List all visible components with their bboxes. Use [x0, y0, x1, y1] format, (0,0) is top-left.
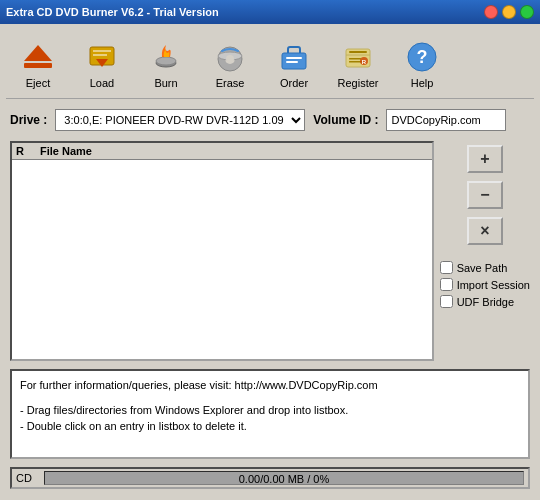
eject-icon: [20, 39, 56, 75]
order-icon: [276, 39, 312, 75]
progress-bar-container: 0.00/0.00 MB / 0%: [44, 471, 524, 485]
title-bar: Extra CD DVD Burner V6.2 - Trial Version: [0, 0, 540, 24]
register-icon: R: [340, 39, 376, 75]
title-text: Extra CD DVD Burner V6.2 - Trial Version: [6, 6, 219, 18]
svg-rect-13: [286, 57, 302, 59]
svg-rect-3: [93, 50, 111, 52]
info-line3: - Double click on an entry in listbox to…: [20, 418, 520, 435]
drive-label: Drive :: [10, 113, 47, 127]
toolbar: Eject Load Bur: [6, 30, 534, 99]
window-controls: [484, 5, 534, 19]
volume-label: Volume ID :: [313, 113, 378, 127]
col-filename: File Name: [40, 145, 92, 157]
load-icon: [84, 39, 120, 75]
import-session-label: Import Session: [457, 279, 530, 291]
eject-button[interactable]: Eject: [8, 34, 68, 94]
register-button[interactable]: R Register: [328, 34, 388, 94]
svg-marker-1: [24, 45, 52, 61]
side-panel: + − × Save Path Import Session UDF Bridg…: [440, 141, 530, 361]
load-button[interactable]: Load: [72, 34, 132, 94]
help-label: Help: [411, 77, 434, 89]
col-r: R: [16, 145, 24, 157]
svg-rect-4: [93, 54, 107, 56]
erase-button[interactable]: Erase: [200, 34, 260, 94]
save-path-checkbox[interactable]: [440, 261, 453, 274]
svg-point-11: [226, 55, 234, 63]
udf-bridge-item[interactable]: UDF Bridge: [440, 295, 530, 308]
import-session-checkbox[interactable]: [440, 278, 453, 291]
add-button[interactable]: +: [467, 145, 503, 173]
burn-label: Burn: [154, 77, 177, 89]
progress-label: CD: [16, 472, 36, 484]
drive-select[interactable]: 3:0:0,E: PIONEER DVD-RW DVR-112D 1.09: [55, 109, 305, 131]
save-path-item[interactable]: Save Path: [440, 261, 530, 274]
help-icon: ?: [404, 39, 440, 75]
content-area: R File Name + − × Save Path Import Sessi…: [6, 141, 534, 361]
udf-bridge-checkbox[interactable]: [440, 295, 453, 308]
svg-text:R: R: [362, 59, 367, 65]
svg-rect-17: [349, 58, 361, 60]
info-line1: For further information/queries, please …: [20, 377, 520, 394]
remove-button[interactable]: −: [467, 181, 503, 209]
load-label: Load: [90, 77, 114, 89]
svg-rect-16: [349, 51, 367, 53]
volume-input[interactable]: [386, 109, 506, 131]
file-list: R File Name: [10, 141, 434, 361]
burn-icon: [148, 39, 184, 75]
file-list-header: R File Name: [12, 143, 432, 160]
erase-icon: [212, 39, 248, 75]
eject-label: Eject: [26, 77, 50, 89]
info-line2: - Drag files/directories from Windows Ex…: [20, 402, 520, 419]
checkbox-group: Save Path Import Session UDF Bridge: [440, 261, 530, 308]
clear-button[interactable]: ×: [467, 217, 503, 245]
close-button[interactable]: [484, 5, 498, 19]
svg-rect-0: [24, 63, 52, 68]
register-label: Register: [338, 77, 379, 89]
svg-rect-14: [286, 61, 298, 63]
svg-text:?: ?: [417, 47, 428, 67]
order-label: Order: [280, 77, 308, 89]
erase-label: Erase: [216, 77, 245, 89]
help-button[interactable]: ? Help: [392, 34, 452, 94]
file-list-body[interactable]: [12, 160, 432, 354]
save-path-label: Save Path: [457, 262, 508, 274]
udf-bridge-label: UDF Bridge: [457, 296, 514, 308]
burn-button[interactable]: Burn: [136, 34, 196, 94]
minimize-button[interactable]: [502, 5, 516, 19]
info-box: For further information/queries, please …: [10, 369, 530, 459]
drive-row: Drive : 3:0:0,E: PIONEER DVD-RW DVR-112D…: [6, 107, 534, 133]
import-session-item[interactable]: Import Session: [440, 278, 530, 291]
order-button[interactable]: Order: [264, 34, 324, 94]
svg-point-7: [156, 57, 176, 65]
maximize-button[interactable]: [520, 5, 534, 19]
main-window: Eject Load Bur: [0, 24, 540, 495]
progress-text: 0.00/0.00 MB / 0%: [45, 472, 523, 486]
progress-area: CD 0.00/0.00 MB / 0%: [10, 467, 530, 489]
